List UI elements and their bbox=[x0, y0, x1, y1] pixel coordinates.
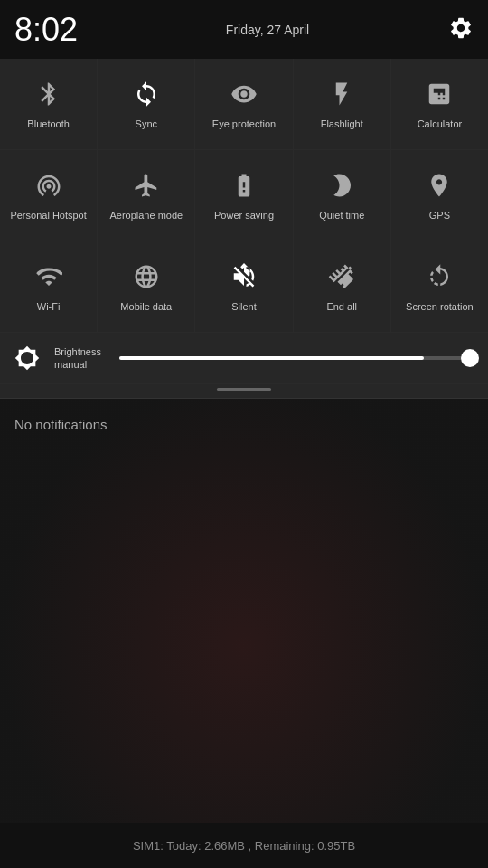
bluetooth-icon bbox=[33, 78, 65, 110]
brightness-thumb bbox=[461, 349, 479, 367]
qs-eye-protection-label: Eye protection bbox=[212, 118, 276, 130]
status-time: 8:02 bbox=[14, 11, 78, 49]
brightness-label: Brightness manual bbox=[54, 345, 108, 372]
sync-icon bbox=[130, 78, 163, 110]
qs-bluetooth[interactable]: Bluetooth bbox=[0, 59, 98, 149]
drag-handle[interactable] bbox=[0, 384, 488, 398]
qs-screen-rotation[interactable]: Screen rotation bbox=[391, 241, 488, 332]
brightness-slider[interactable] bbox=[119, 349, 477, 367]
brightness-fill bbox=[119, 356, 424, 360]
qs-calculator-label: Calculator bbox=[418, 118, 463, 130]
silent-icon bbox=[228, 260, 260, 293]
qs-silent-label: Silent bbox=[231, 300, 257, 313]
drag-handle-bar bbox=[217, 388, 271, 391]
airplane-icon bbox=[130, 169, 163, 202]
calculator-icon bbox=[423, 78, 455, 110]
qs-power-saving-label: Power saving bbox=[214, 209, 274, 222]
qs-screen-rotation-label: Screen rotation bbox=[406, 300, 474, 313]
qs-airplane-label: Aeroplane mode bbox=[109, 209, 183, 222]
status-date: Friday, 27 April bbox=[87, 23, 448, 37]
no-notifications-text: No notifications bbox=[14, 417, 108, 432]
qs-wifi-label: Wi-Fi bbox=[37, 300, 61, 313]
qs-end-all[interactable]: End all bbox=[294, 241, 391, 332]
qs-airplane[interactable]: Aeroplane mode bbox=[98, 150, 195, 241]
settings-icon[interactable] bbox=[448, 15, 474, 44]
gps-icon bbox=[423, 169, 455, 202]
qs-flashlight-label: Flashlight bbox=[321, 118, 363, 130]
qs-sync-label: Sync bbox=[136, 118, 157, 130]
brightness-track bbox=[119, 356, 477, 360]
rotation-icon bbox=[423, 260, 455, 293]
qs-calculator[interactable]: Calculator bbox=[391, 59, 488, 149]
moon-icon bbox=[325, 169, 358, 202]
broom-icon bbox=[325, 260, 358, 293]
qs-hotspot-label: Personal Hotspot bbox=[10, 209, 86, 222]
qs-row-2: Personal Hotspot Aeroplane mode Power sa… bbox=[0, 150, 488, 241]
brightness-icon bbox=[11, 342, 43, 374]
brightness-row: Brightness manual bbox=[0, 333, 488, 384]
qs-bluetooth-label: Bluetooth bbox=[27, 118, 69, 130]
qs-hotspot[interactable]: Personal Hotspot bbox=[0, 150, 98, 241]
qs-wifi[interactable]: Wi-Fi bbox=[0, 241, 98, 332]
qs-sync[interactable]: Sync bbox=[98, 59, 195, 149]
qs-gps[interactable]: GPS bbox=[391, 150, 488, 241]
qs-flashlight[interactable]: Flashlight bbox=[294, 59, 391, 149]
qs-gps-label: GPS bbox=[429, 209, 450, 222]
qs-row-1: Bluetooth Sync Eye protection bbox=[0, 59, 488, 150]
status-bar: 8:02 Friday, 27 April bbox=[0, 0, 488, 59]
qs-quiet-time[interactable]: Quiet time bbox=[294, 150, 391, 241]
qs-mobile-data-label: Mobile data bbox=[120, 300, 172, 313]
qs-silent[interactable]: Silent bbox=[195, 241, 293, 332]
hotspot-icon bbox=[33, 169, 65, 202]
qs-quiet-time-label: Quiet time bbox=[319, 209, 364, 222]
qs-end-all-label: End all bbox=[326, 300, 357, 313]
qs-eye-protection[interactable]: Eye protection bbox=[195, 59, 293, 149]
qs-mobile-data[interactable]: Mobile data bbox=[98, 241, 195, 332]
power-saving-icon bbox=[228, 169, 260, 202]
sim-info-text: SIM1: Today: 2.66MB , Remaining: 0.95TB bbox=[133, 839, 355, 853]
wifi-icon bbox=[33, 260, 65, 293]
flashlight-icon bbox=[325, 78, 358, 110]
quick-settings-panel: Bluetooth Sync Eye protection bbox=[0, 59, 488, 399]
globe-icon bbox=[130, 260, 163, 293]
bottom-status-bar: SIM1: Today: 2.66MB , Remaining: 0.95TB bbox=[0, 823, 488, 868]
eye-protection-icon bbox=[228, 78, 260, 110]
qs-power-saving[interactable]: Power saving bbox=[195, 150, 293, 241]
qs-row-3: Wi-Fi Mobile data Silent bbox=[0, 241, 488, 333]
notifications-area: No notifications bbox=[0, 399, 488, 450]
